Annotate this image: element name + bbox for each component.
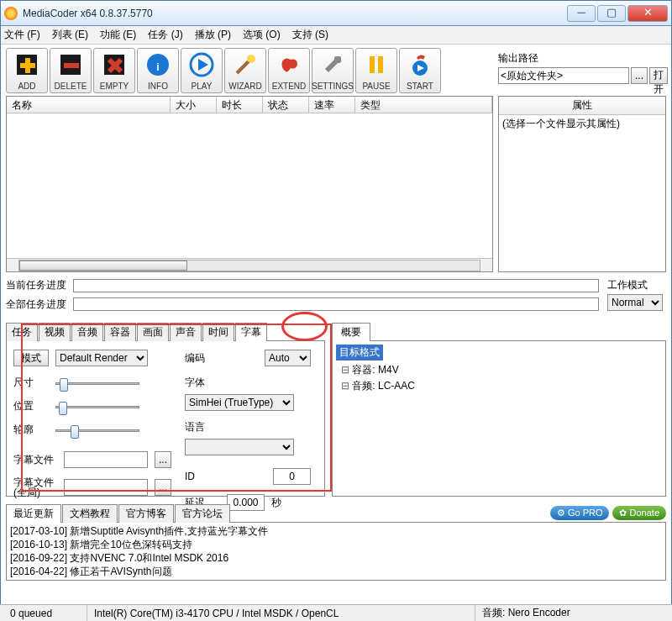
current-progress-bar	[73, 279, 599, 292]
menu-function[interactable]: 功能 (E)	[100, 28, 136, 42]
toolbar: ADD DELETE EMPTY iINFO PLAY WIZARD EXTEN…	[6, 48, 441, 93]
tab-task[interactable]: 任务	[6, 323, 38, 341]
tree-container[interactable]: 容器: M4V	[341, 362, 662, 378]
col-duration[interactable]: 时长	[217, 97, 263, 113]
news-item: [2016-04-22] 修正若干AVISynth问题	[10, 565, 662, 578]
output-browse-button[interactable]: ...	[631, 67, 648, 84]
output-label: 输出路径	[498, 51, 666, 66]
app-icon	[4, 7, 18, 20]
minimize-button[interactable]: ─	[567, 5, 596, 22]
tab-time[interactable]: 时间	[202, 323, 234, 341]
outline-slider[interactable]	[55, 424, 139, 436]
play-button[interactable]: PLAY	[181, 48, 223, 93]
size-slider[interactable]	[55, 377, 139, 389]
list-hscroll[interactable]	[7, 258, 492, 271]
status-audio: 音频: Nero Encoder	[475, 605, 669, 621]
output-open-button[interactable]: 打开	[649, 67, 668, 84]
window-title: MediaCoder x64 0.8.37.5770	[23, 8, 565, 19]
col-size[interactable]: 大小	[171, 97, 217, 113]
properties-panel: 属性 (选择一个文件显示其属性)	[498, 96, 666, 272]
current-progress-label: 当前任务进度	[6, 276, 73, 293]
mode-select[interactable]: Default Render	[55, 350, 148, 366]
all-progress-label: 全部任务进度	[6, 296, 73, 313]
properties-hint: (选择一个文件显示其属性)	[499, 115, 665, 133]
col-rate[interactable]: 速率	[309, 97, 355, 113]
file-list[interactable]: 名称 大小 时长 状态 速率 类型	[6, 96, 493, 272]
workmode-label: 工作模式	[607, 278, 666, 292]
pause-button[interactable]: PAUSE	[355, 48, 397, 93]
status-queue: 0 queued	[3, 605, 87, 621]
menu-file[interactable]: 文件 (F)	[4, 28, 40, 42]
empty-button[interactable]: EMPTY	[93, 48, 135, 93]
info-button[interactable]: iINFO	[137, 48, 179, 93]
pos-slider[interactable]	[55, 401, 139, 413]
lang-select[interactable]	[185, 439, 294, 455]
properties-header: 属性	[499, 97, 665, 115]
news-item: [2016-09-22] 支持NVENC 7.0和Intel MSDK 2016	[10, 551, 662, 565]
subfile-global-input[interactable]	[64, 479, 148, 496]
news-box[interactable]: [2017-03-10] 新增Suptitle Avisynth插件,支持蓝光字…	[6, 522, 666, 581]
btab-docs[interactable]: 文档教程	[62, 504, 118, 523]
col-status[interactable]: 状态	[263, 97, 309, 113]
menu-list[interactable]: 列表 (E)	[52, 28, 88, 42]
size-label: 尺寸	[13, 376, 49, 390]
encoding-select[interactable]: Auto	[265, 350, 311, 366]
subfile-browse[interactable]: ...	[155, 451, 171, 468]
output-panel: 输出路径 ... 打开	[498, 51, 666, 84]
outline-label: 轮廓	[13, 423, 49, 437]
pos-label: 位置	[13, 399, 49, 413]
font-select[interactable]: SimHei (TrueType)	[185, 394, 294, 411]
svg-rect-4	[64, 63, 79, 68]
list-body[interactable]	[7, 113, 492, 258]
workmode-select[interactable]: Normal	[607, 294, 663, 311]
svg-text:i: i	[156, 61, 159, 73]
col-name[interactable]: 名称	[7, 97, 171, 113]
close-button[interactable]: ✕	[627, 5, 668, 22]
start-button[interactable]: START	[399, 48, 441, 93]
tab-audio[interactable]: 音频	[71, 323, 103, 341]
gopro-button[interactable]: ⚙ Go PRO	[550, 506, 610, 520]
tab-subtitle[interactable]: 字幕	[235, 323, 267, 341]
svg-rect-13	[378, 56, 383, 73]
subfile-input[interactable]	[64, 451, 148, 468]
encoding-label: 编码	[185, 351, 220, 366]
col-type[interactable]: 类型	[355, 97, 492, 113]
delete-button[interactable]: DELETE	[50, 48, 92, 93]
subtitle-panel: 模式 Default Render 尺寸 位置 轮廓 字幕文件... 字幕文件 …	[6, 340, 325, 497]
sec-label: 秒	[271, 496, 281, 510]
delay-input[interactable]	[227, 494, 265, 511]
output-path-input[interactable]	[498, 67, 629, 84]
tab-sound[interactable]: 声音	[170, 323, 202, 341]
tab-summary[interactable]: 概要	[332, 323, 370, 341]
menu-play[interactable]: 播放 (P)	[195, 28, 231, 42]
btab-forum[interactable]: 官方论坛	[175, 504, 230, 523]
lang-label: 语言	[185, 421, 205, 433]
svg-rect-12	[370, 56, 375, 73]
tab-video[interactable]: 视频	[39, 323, 71, 341]
statusbar: 0 queued Intel(R) Core(TM) i3-4170 CPU /…	[0, 604, 672, 621]
add-button[interactable]: ADD	[6, 48, 48, 93]
all-progress-bar	[73, 297, 599, 311]
extend-button[interactable]: EXTEND	[268, 48, 310, 93]
donate-button[interactable]: ✿ Donate	[612, 506, 666, 520]
btab-news[interactable]: 最近更新	[6, 504, 61, 523]
menu-task[interactable]: 任务 (J)	[148, 28, 182, 42]
summary-tree[interactable]: 目标格式 容器: M4V 音频: LC-AAC	[332, 340, 666, 497]
tab-screen[interactable]: 画面	[137, 323, 169, 341]
btab-blog[interactable]: 官方博客	[118, 504, 174, 523]
tree-audio[interactable]: 音频: LC-AAC	[341, 378, 662, 394]
maximize-button[interactable]: ▢	[597, 5, 626, 22]
svg-point-10	[247, 55, 255, 63]
subfile-global-browse[interactable]: ...	[155, 479, 171, 496]
settings-button[interactable]: SETTINGS	[312, 48, 354, 93]
menu-options[interactable]: 选项 (O)	[243, 28, 281, 42]
mode-button[interactable]: 模式	[13, 350, 49, 366]
id-input[interactable]	[273, 468, 311, 485]
svg-marker-9	[198, 59, 208, 71]
id-label: ID	[185, 471, 220, 482]
svg-rect-2	[20, 63, 35, 68]
tree-target[interactable]: 目标格式	[336, 345, 383, 360]
menu-support[interactable]: 支持 (S)	[292, 28, 328, 42]
tab-container[interactable]: 容器	[104, 323, 136, 341]
wizard-button[interactable]: WIZARD	[224, 48, 266, 93]
